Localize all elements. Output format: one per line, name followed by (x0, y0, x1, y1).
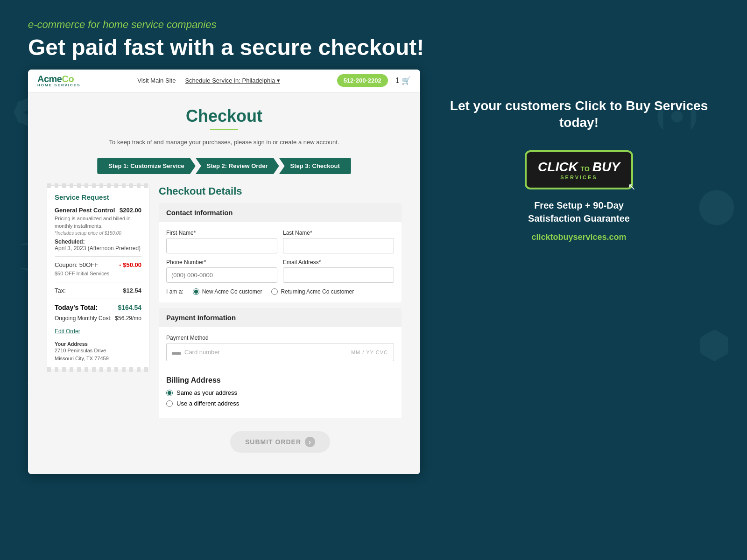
payment-section: Payment Information Payment Method ▬ Car… (159, 308, 402, 418)
badge-buy: BUY (592, 160, 620, 175)
last-name-input[interactable] (283, 238, 394, 253)
tax-row: Tax: $12.54 (55, 287, 141, 294)
new-customer-radio[interactable] (193, 288, 199, 295)
checkout-title: Checkout (47, 106, 402, 126)
badge-click: CLICK (538, 160, 578, 175)
phone-label: Phone Number* (166, 259, 277, 266)
service-divider (55, 256, 141, 257)
browser-nav: AcmeCo HOME SERVICES Visit Main Site Sch… (28, 70, 420, 92)
acme-co: Co (62, 74, 74, 84)
coupon-row: Coupon: 50OFF - $50.00 (55, 261, 141, 268)
steps-bar: Step 1: Customize Service Step 2: Review… (47, 158, 402, 174)
billing-same-label: Same as your address (176, 389, 237, 396)
submit-order-button[interactable]: SUBMIT ORDER › (230, 431, 330, 453)
contact-section-header: Contact Information (159, 203, 402, 222)
email-group: Email Address* (283, 259, 394, 283)
payment-section-header: Payment Information (159, 308, 402, 327)
browser-card: AcmeCo HOME SERVICES Visit Main Site Sch… (28, 70, 420, 475)
scheduled-label: Scheduled: (55, 238, 141, 245)
new-customer-label: New Acme Co customer (202, 288, 262, 295)
guarantee-text: Free Setup + 90-DaySatisfaction Guarante… (528, 199, 630, 225)
checkout-layout: Service Request General Pest Control $20… (47, 185, 402, 460)
main-content: AcmeCo HOME SERVICES Visit Main Site Sch… (0, 70, 747, 475)
right-panel: Let your customers Click to Buy Services… (439, 70, 719, 242)
service-divider-2 (55, 282, 141, 282)
page-header: e-commerce for home service companies Ge… (0, 0, 747, 70)
returning-customer-radio[interactable] (271, 288, 278, 295)
checkout-content: Checkout To keep track of and manage you… (28, 92, 420, 475)
email-input[interactable] (283, 267, 394, 283)
billing-different-label: Use a different address (176, 400, 239, 407)
first-name-input[interactable] (166, 238, 277, 253)
first-name-label: First Name* (166, 230, 277, 236)
i-am-label: I am a: (166, 288, 183, 295)
checkout-underline (210, 129, 238, 130)
email-label: Email Address* (283, 259, 394, 266)
badge-services: SERVICES (560, 175, 597, 180)
step-1[interactable]: Step 1: Customize Service (97, 158, 196, 174)
acme-name: Acme (37, 74, 62, 84)
contact-section-body: First Name* Last Name* Phone (159, 222, 402, 302)
right-cta: Let your customers Click to Buy Services… (439, 98, 719, 132)
billing-title: Billing Address (159, 369, 402, 385)
service-sidebar: Service Request General Pest Control $20… (47, 185, 149, 370)
submit-arrow-icon: › (305, 437, 315, 447)
tagline-text: e-commerce for home service companies (28, 19, 719, 31)
coupon-desc: $50 OFF Initial Services (55, 270, 141, 277)
visit-main-site-link[interactable]: Visit Main Site (137, 77, 176, 84)
last-name-label: Last Name* (283, 230, 394, 236)
returning-customer-option[interactable]: Returning Acme Co customer (271, 288, 354, 295)
badge-to: to (581, 165, 590, 173)
address-label: Your Address (55, 341, 141, 347)
scheduled-section: Scheduled: April 3, 2023 (Afternoon Pref… (55, 238, 141, 252)
ongoing-row: Ongoing Monthly Cost: $56.29/mo (55, 315, 141, 322)
checkout-subtitle: To keep track of and manage your purchas… (47, 138, 402, 147)
billing-same-radio[interactable] (166, 390, 173, 396)
nav-links: Visit Main Site Schedule Service in: Phi… (137, 77, 280, 84)
service-item-desc: Pricing is annualized and billed in mont… (55, 215, 141, 230)
home-services-text: HOME SERVICES (37, 84, 81, 87)
step-2[interactable]: Step 2: Review Order (196, 158, 279, 174)
schedule-link[interactable]: Schedule Service in: Philadelphia ▾ (185, 77, 280, 84)
first-name-group: First Name* (166, 230, 277, 253)
click-to-buy-badge: CLICK to BUY SERVICES ↖ (525, 150, 633, 189)
scheduled-value: April 3, 2023 (Afternoon Preferred) (55, 245, 141, 252)
website-link[interactable]: clicktobuyservices.com (531, 232, 626, 242)
phone-button[interactable]: 512-200-2202 (337, 74, 388, 87)
new-customer-option[interactable]: New Acme Co customer (193, 288, 262, 295)
submit-section: SUBMIT ORDER › (159, 424, 402, 460)
acme-logo: AcmeCo HOME SERVICES (37, 74, 81, 87)
card-input-row[interactable]: ▬ Card number MM / YY CVC (166, 343, 394, 361)
cart-icon[interactable]: 1 🛒 (395, 76, 411, 85)
contact-section: Contact Information First Name* Last Nam… (159, 203, 402, 302)
cursor-icon: ↖ (628, 181, 636, 192)
payment-section-body: Payment Method ▬ Card number MM / YY CVC (159, 327, 402, 369)
last-name-group: Last Name* (283, 230, 394, 253)
step-3[interactable]: Step 3: Checkout (279, 158, 351, 174)
contact-row: Phone Number* Email Address* (166, 259, 394, 283)
your-address: Your Address 2710 Peninsulas Drive Misso… (55, 341, 141, 362)
billing-same-option[interactable]: Same as your address (166, 389, 394, 396)
service-note: *Includes setup price of $150.00 (55, 231, 141, 236)
billing-radios: Same as your address Use a different add… (159, 389, 402, 418)
phone-input[interactable] (166, 267, 277, 283)
nav-right: 512-200-2202 1 🛒 (337, 74, 411, 87)
edit-order-link[interactable]: Edit Order (55, 328, 141, 335)
total-row: Today's Total: $164.54 (55, 304, 141, 311)
headline-text: Get paid fast with a secure checkout! (28, 35, 719, 60)
service-item-name: General Pest Control $202.00 (55, 207, 141, 214)
customer-type-group: I am a: New Acme Co customer Returning A… (166, 288, 394, 295)
address-line2: Missouri City, TX 77459 (55, 355, 141, 363)
card-right: MM / YY CVC (351, 350, 388, 355)
payment-method-label: Payment Method (166, 335, 394, 341)
checkout-details-title: Checkout Details (159, 185, 402, 197)
checkout-details: Checkout Details Contact Information Fir… (159, 185, 402, 460)
name-row: First Name* Last Name* (166, 230, 394, 253)
billing-different-radio[interactable] (166, 400, 173, 407)
returning-customer-label: Returning Acme Co customer (281, 288, 354, 295)
card-icon: ▬ (172, 347, 181, 357)
address-line1: 2710 Peninsulas Drive (55, 347, 141, 355)
billing-different-option[interactable]: Use a different address (166, 400, 394, 407)
badge-inner: CLICK to BUY SERVICES (538, 160, 620, 180)
cta-text: Let your customers Click to Buy Services… (439, 98, 719, 132)
